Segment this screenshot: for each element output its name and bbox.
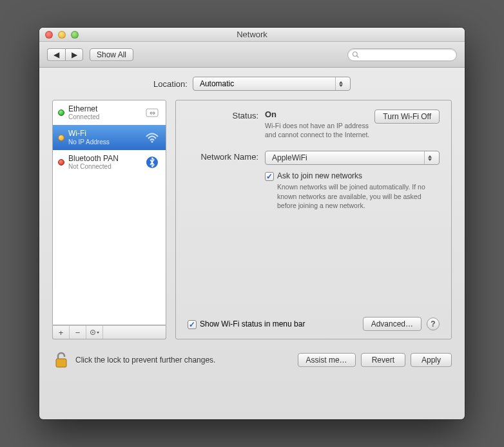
network-window: Network ◀ ▶ Show All Location: Automatic [39, 28, 465, 419]
location-row: Location: Automatic [52, 77, 452, 91]
wifi-icon [144, 131, 160, 145]
status-note: Wi-Fi does not have an IP address and ca… [265, 121, 374, 139]
select-arrows-icon [424, 151, 435, 164]
network-name-label: Network Name: [188, 151, 265, 210]
service-wifi[interactable]: Wi-Fi No IP Address [53, 125, 166, 149]
window-title: Network [39, 30, 465, 39]
service-name: Bluetooth PAN [68, 154, 140, 163]
lock-icon[interactable] [52, 351, 70, 369]
sidebar: Ethernet Connected ⇔ Wi-Fi No IP Address [52, 100, 166, 339]
gear-icon [90, 328, 100, 336]
network-name-select[interactable]: AppleWiFi [265, 151, 440, 165]
revert-button[interactable]: Revert [361, 353, 405, 367]
service-bluetooth-pan[interactable]: Bluetooth PAN Not Connected [53, 150, 166, 175]
wifi-toggle-button[interactable]: Turn Wi-Fi Off [374, 109, 440, 124]
status-label: Status: [188, 109, 265, 139]
network-name-value: AppleWiFi [272, 153, 307, 162]
gear-menu-button[interactable] [86, 326, 103, 339]
show-status-label: Show Wi-Fi status in menu bar [200, 319, 305, 328]
back-button[interactable]: ◀ [47, 48, 65, 61]
status-dot-icon [58, 109, 64, 116]
location-label: Location: [153, 79, 188, 89]
panel-bottom-row: Show Wi-Fi status in menu bar Advanced… … [188, 317, 440, 331]
status-value: On [265, 109, 276, 119]
titlebar: Network [39, 28, 465, 42]
toolbar: ◀ ▶ Show All [39, 42, 465, 68]
bluetooth-icon [144, 155, 160, 169]
service-ethernet[interactable]: Ethernet Connected ⇔ [53, 100, 166, 125]
location-value: Automatic [200, 79, 234, 88]
remove-service-button[interactable]: − [70, 326, 86, 339]
svg-rect-9 [56, 359, 66, 367]
columns: Ethernet Connected ⇔ Wi-Fi No IP Address [52, 100, 452, 339]
show-all-button[interactable]: Show All [90, 48, 133, 61]
add-service-button[interactable]: + [53, 326, 70, 339]
ask-join-note: Known networks will be joined automatica… [277, 182, 440, 210]
ethernet-icon: ⇔ [144, 106, 160, 120]
svg-point-0 [353, 52, 358, 56]
ask-join-row: Ask to join new networks Known networks … [265, 171, 440, 210]
ask-join-checkbox[interactable] [265, 172, 274, 181]
svg-marker-8 [97, 332, 99, 334]
select-arrows-icon [335, 77, 346, 90]
svg-point-4 [151, 140, 153, 142]
nav-buttons: ◀ ▶ [47, 48, 83, 61]
network-name-row: Network Name: AppleWiFi Ask to join new … [188, 151, 440, 210]
status-row: Status: On Wi-Fi does not have an IP add… [188, 109, 440, 139]
assist-button[interactable]: Assist me… [298, 353, 356, 367]
help-button[interactable]: ? [427, 318, 440, 330]
detail-panel: Status: On Wi-Fi does not have an IP add… [175, 100, 452, 339]
svg-text:⇔: ⇔ [150, 109, 155, 117]
advanced-button[interactable]: Advanced… [363, 317, 422, 331]
svg-point-7 [92, 332, 93, 333]
service-name: Ethernet [68, 104, 140, 113]
status-dot-icon [58, 159, 64, 166]
svg-line-1 [357, 55, 359, 57]
service-buttons: + − [52, 325, 166, 339]
search-field[interactable] [362, 51, 452, 59]
service-list[interactable]: Ethernet Connected ⇔ Wi-Fi No IP Address [52, 100, 166, 325]
location-select[interactable]: Automatic [193, 77, 351, 91]
content: Location: Automatic Ethernet Connected [39, 68, 465, 393]
service-status: No IP Address [68, 138, 140, 146]
show-status-checkbox[interactable] [188, 320, 197, 329]
footer: Click the lock to prevent further change… [52, 351, 452, 369]
apply-button[interactable]: Apply [411, 353, 452, 367]
status-dot-icon [58, 135, 64, 141]
ask-join-label: Ask to join new networks [277, 171, 440, 180]
service-status: Connected [68, 113, 140, 121]
forward-button[interactable]: ▶ [65, 48, 83, 61]
search-input[interactable] [347, 48, 457, 61]
service-name: Wi-Fi [68, 129, 140, 138]
search-icon [352, 51, 360, 59]
lock-text: Click the lock to prevent further change… [75, 356, 215, 365]
service-status: Not Connected [68, 163, 140, 171]
